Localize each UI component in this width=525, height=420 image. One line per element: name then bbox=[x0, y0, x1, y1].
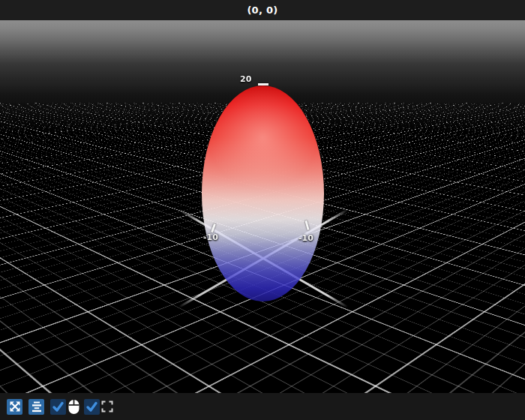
viewport-3d[interactable]: 20 -10 -10 bbox=[0, 20, 525, 393]
viewport-title-bar: (0, 0) bbox=[0, 0, 525, 20]
viewer-window: (0, 0) 20 -10 -10 bbox=[0, 0, 525, 420]
mouse-controls-checkbox[interactable] bbox=[50, 399, 66, 415]
arrows-expand-icon bbox=[8, 400, 22, 413]
ellipsoid-glyph bbox=[202, 86, 324, 302]
z-axis-tick bbox=[258, 83, 268, 86]
y-axis-min-label: -10 bbox=[298, 233, 314, 243]
fullscreen-button[interactable] bbox=[101, 400, 113, 412]
x-axis-min-label: -10 bbox=[203, 232, 218, 242]
z-axis-max-label: 20 bbox=[240, 74, 251, 84]
fullscreen-checkbox[interactable] bbox=[84, 399, 100, 415]
fullscreen-icon bbox=[101, 400, 113, 412]
viewport-title: (0, 0) bbox=[247, 4, 278, 16]
expand-arrows-button[interactable] bbox=[7, 399, 22, 415]
checkmark-icon bbox=[52, 400, 64, 413]
align-center-button[interactable] bbox=[28, 399, 44, 415]
bottom-toolbar bbox=[0, 393, 525, 420]
checkmark-icon bbox=[86, 400, 98, 413]
align-center-icon bbox=[30, 400, 44, 413]
mouse-icon bbox=[68, 399, 80, 415]
